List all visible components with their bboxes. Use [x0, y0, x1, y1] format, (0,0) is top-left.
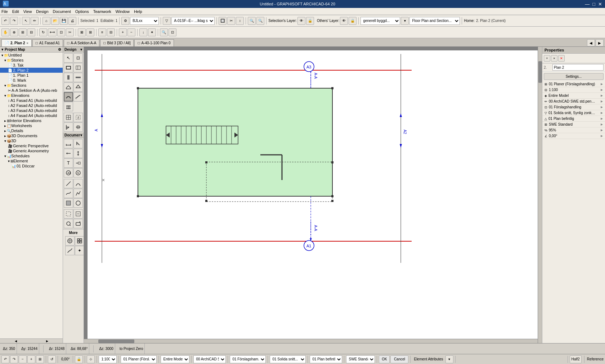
ungroup-btn[interactable]: ⊞: [86, 28, 94, 36]
nav-item-mark[interactable]: 📄 0. Mark: [0, 78, 63, 83]
zoom-previous-btn[interactable]: ⊟: [27, 28, 35, 36]
close-button[interactable]: ✕: [598, 1, 602, 7]
group-btn[interactable]: ⊠: [78, 28, 86, 36]
tool-cursor[interactable]: ↖: [64, 53, 73, 63]
print-btn[interactable]: 🖨: [68, 17, 76, 25]
nav-item-fasad-a1[interactable]: ↕ A1 Fasad A1 (Auto-rebuild: [0, 98, 63, 103]
tool-line[interactable]: [64, 179, 73, 188]
minimize-button[interactable]: —: [585, 1, 590, 7]
tool-elev-dim[interactable]: [73, 149, 83, 158]
nav-item-3d[interactable]: ▾ 📦 3D: [0, 138, 63, 143]
nav-item-elevations[interactable]: ▾ 📁 Elevations: [0, 93, 63, 98]
prop-item-model[interactable]: ◈ Entire Model ▶: [542, 93, 605, 99]
tool-circle[interactable]: [73, 198, 83, 208]
prop-item-plan-befintlig[interactable]: △ 01 Plan befintlig ▶: [542, 116, 605, 122]
design-section-header[interactable]: Design ▾: [63, 47, 84, 53]
3d-view-btn[interactable]: 🔲: [219, 17, 227, 25]
nav-item-3d-documents[interactable]: ▸ 📦 3D Documents: [0, 133, 63, 138]
nav-item-fasad-a3[interactable]: ↕ A3 Fasad A3 (Auto-rebuild: [0, 108, 63, 113]
tool-polyline[interactable]: [73, 189, 83, 198]
prop-item-pen[interactable]: ✏ 00 ArchiCAD SWE std.pennor (pla... ▶: [542, 99, 605, 104]
view-select1[interactable]: generell byggd...: [360, 17, 400, 25]
prop-item-standard[interactable]: ⊞ SWE Standard ▶: [542, 122, 605, 127]
prop-item-renovation[interactable]: ⊡ 01 Förslagshandling ▶: [542, 104, 605, 110]
bottom-undo-btn[interactable]: ↶: [1, 355, 9, 363]
menu-options[interactable]: Options: [75, 9, 89, 14]
document-section-header[interactable]: Documer ▾: [63, 132, 84, 138]
vertical-scrollbar-thumb[interactable]: [538, 61, 542, 83]
layer-dropdown[interactable]: BJLxx: [130, 17, 159, 25]
nav-item-plan2[interactable]: 📄 2. Plan 2: [0, 68, 63, 73]
zoom-window-btn[interactable]: ⊕: [10, 28, 18, 36]
select-all-btn[interactable]: ⊡: [169, 28, 176, 36]
tool-door[interactable]: [64, 122, 73, 132]
tool-detail-marker[interactable]: [64, 219, 73, 228]
magic-wand-btn[interactable]: ✦: [148, 28, 156, 36]
trim-btn[interactable]: ✂: [66, 28, 74, 36]
undo-button[interactable]: ↶: [1, 17, 9, 25]
view-select2[interactable]: Floor Plan and Section...: [409, 17, 460, 25]
tool-more3[interactable]: [65, 246, 75, 255]
bottom-redo-btn[interactable]: ↷: [10, 355, 18, 363]
prop-item-filter[interactable]: ▽ 01 Solida snitt, Synlig zonkategо... ▶: [542, 110, 605, 116]
tool-dim-angle[interactable]: [73, 139, 83, 148]
bottom-renov-select[interactable]: 01 Förslagsham...: [230, 355, 266, 363]
tool-more2[interactable]: [75, 236, 84, 246]
tool-camera2[interactable]: [73, 219, 83, 228]
arrow-tool[interactable]: ↖: [22, 17, 30, 25]
half-btn[interactable]: Half 2: [570, 355, 582, 363]
nav-item-fasad-a4[interactable]: ↕ A4 Fasad A4 (Auto-rebuild: [0, 113, 63, 118]
tool-wall[interactable]: [64, 63, 73, 72]
menu-document[interactable]: Document: [53, 9, 71, 14]
view-settings-btn[interactable]: ▾: [401, 17, 409, 25]
nav-item-element[interactable]: ▾ ⊞ Element: [0, 158, 63, 163]
tool-curtainwall[interactable]: [73, 63, 83, 72]
zoom-fit-btn[interactable]: ⊞: [19, 28, 27, 36]
tab-sektion[interactable]: □ A-A Sektion A-A: [64, 39, 99, 46]
tool-column[interactable]: [64, 73, 73, 82]
nav-scroll-left[interactable]: ◀: [0, 339, 31, 343]
tab-plan2-close[interactable]: ×: [27, 41, 28, 45]
bottom-zoom-fit-btn[interactable]: ⊞: [36, 355, 44, 363]
nav-item-interior-elevations[interactable]: ▸ ⊞ Interior Elevations: [0, 118, 63, 123]
bottom-pen-select[interactable]: 00 ArchiCAD S...: [193, 355, 226, 363]
tool-window[interactable]: [73, 122, 83, 132]
cancel-button[interactable]: Cancel: [390, 355, 408, 363]
tool-drawing[interactable]: [73, 209, 83, 219]
tool-slab[interactable]: [64, 82, 73, 92]
align-btn[interactable]: ≡: [98, 28, 106, 36]
tool-roof[interactable]: [73, 82, 83, 92]
menu-teamwork[interactable]: Teamwork: [93, 9, 111, 14]
redo-button[interactable]: ↷: [10, 17, 18, 25]
open-btn[interactable]: 📂: [51, 17, 59, 25]
nav-item-generic-axonometry[interactable]: 🎥 Generic Axonometry: [0, 148, 63, 153]
prop-item-angle[interactable]: ∠ 0,00° ▶: [542, 133, 605, 139]
layer-filter-dropdown[interactable]: A-01SF--E-- ...lklag samm.F ▾: [171, 17, 215, 25]
distribute-btn[interactable]: ⊟: [107, 28, 115, 36]
prop-item-layer[interactable]: ⊞ 01 Planer (Förslagshandling) ▶: [542, 81, 605, 87]
tool-marquee[interactable]: ⊡: [73, 53, 83, 63]
bottom-angle-lock[interactable]: 🔒: [75, 355, 83, 363]
canvas-area[interactable]: A3 A-A: [84, 47, 542, 343]
sel-layer-eye[interactable]: 👁: [297, 17, 305, 25]
prop-new-btn[interactable]: +: [544, 55, 550, 62]
nav-dropdown-icon[interactable]: ▾: [1, 48, 3, 51]
tool-figure[interactable]: [64, 209, 73, 219]
bottom-layer-select[interactable]: 01 Planer (Försl...: [121, 355, 157, 363]
prop-close-btn[interactable]: ✕: [558, 55, 565, 62]
menu-view[interactable]: View: [23, 9, 32, 14]
horizontal-scrollbar[interactable]: [84, 339, 538, 343]
prop-delete-btn[interactable]: ×: [551, 55, 557, 62]
others-layer-eye[interactable]: 👁: [340, 17, 348, 25]
element-attributes-btn[interactable]: ▾: [445, 355, 453, 363]
layer-settings-btn[interactable]: ⚙: [121, 17, 129, 25]
horizontal-scrollbar-thumb[interactable]: [98, 340, 134, 343]
menu-edit[interactable]: Edit: [12, 9, 19, 14]
section-btn[interactable]: ✂: [227, 17, 235, 25]
bottom-std-select[interactable]: SWE Standard: [346, 355, 375, 363]
bottom-scale-select[interactable]: 1:100: [99, 355, 117, 363]
menu-file[interactable]: File: [1, 9, 8, 14]
tool-level-dim[interactable]: [64, 149, 73, 158]
tool-zone[interactable]: Z: [73, 113, 83, 122]
sel-layer-lock[interactable]: 🔒: [306, 17, 314, 25]
